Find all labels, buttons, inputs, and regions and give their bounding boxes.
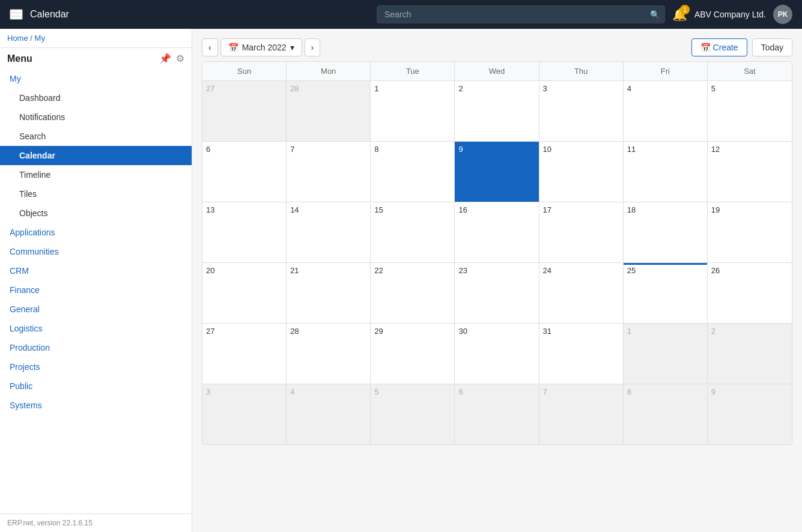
cal-cell-2[interactable]: 1 xyxy=(371,81,455,141)
cal-cell-16[interactable]: 15 xyxy=(371,202,455,262)
create-icon: 📅 xyxy=(700,43,711,52)
sidebar-item-calendar[interactable]: Calendar xyxy=(0,146,192,165)
day-number: 6 xyxy=(458,387,463,396)
cal-cell-19[interactable]: 18 xyxy=(624,202,708,262)
cal-cell-28[interactable]: 27 xyxy=(202,324,287,384)
cal-cell-25[interactable]: 24 xyxy=(539,263,624,323)
day-number: 17 xyxy=(543,205,551,214)
sidebar-section-applications[interactable]: Applications xyxy=(0,223,192,242)
breadcrumb-separator: / xyxy=(30,34,32,43)
day-number: 7 xyxy=(543,387,547,396)
cal-cell-7[interactable]: 6 xyxy=(202,142,287,202)
cal-cell-41[interactable]: 9 xyxy=(708,384,792,444)
cal-cell-21[interactable]: 20 xyxy=(202,263,287,323)
cal-cell-40[interactable]: 8 xyxy=(624,384,708,444)
cal-cell-36[interactable]: 4 xyxy=(287,384,371,444)
cal-week-2: 6789101112 xyxy=(202,142,792,202)
day-number: 12 xyxy=(711,145,720,154)
day-number: 21 xyxy=(290,266,299,275)
day-number: 5 xyxy=(711,84,715,93)
cal-week-3: 13141516171819 xyxy=(202,202,792,263)
cal-cell-34[interactable]: 2 xyxy=(708,324,792,384)
cal-cell-20[interactable]: 19 xyxy=(708,202,792,262)
sidebar-item-dashboard[interactable]: Dashboard xyxy=(0,88,192,107)
search-bar: 🔍 xyxy=(377,5,665,23)
cal-cell-32[interactable]: 31 xyxy=(539,324,624,384)
create-button[interactable]: 📅 Create xyxy=(691,38,747,56)
prev-month-button[interactable]: ‹ xyxy=(202,38,218,56)
sidebar-section-finance[interactable]: Finance xyxy=(0,280,192,300)
sidebar-section-systems[interactable]: Systems xyxy=(0,396,192,415)
cal-cell-13[interactable]: 12 xyxy=(708,142,792,202)
sidebar-item-search[interactable]: Search xyxy=(0,127,192,146)
day-number: 19 xyxy=(711,205,720,214)
day-number: 27 xyxy=(206,327,214,336)
month-year-button[interactable]: 📅 March 2022 ▾ xyxy=(220,38,302,56)
cal-cell-15[interactable]: 14 xyxy=(287,202,371,262)
cal-toolbar-right: 📅 Create Today xyxy=(691,38,792,56)
sidebar-section-logistics[interactable]: Logistics xyxy=(0,319,192,338)
cal-cell-9[interactable]: 8 xyxy=(371,142,455,202)
cal-cell-3[interactable]: 2 xyxy=(455,81,539,141)
hamburger-button[interactable] xyxy=(10,9,23,20)
cal-cell-37[interactable]: 5 xyxy=(371,384,455,444)
cal-cell-29[interactable]: 28 xyxy=(287,324,371,384)
cal-cell-17[interactable]: 16 xyxy=(455,202,539,262)
cal-week-5: 272829303112 xyxy=(202,324,792,384)
cal-cell-30[interactable]: 29 xyxy=(371,324,455,384)
sidebar-section-projects[interactable]: Projects xyxy=(0,357,192,376)
cal-cell-11[interactable]: 10 xyxy=(539,142,624,202)
cal-cell-22[interactable]: 21 xyxy=(287,263,371,323)
app-title: Calendar xyxy=(30,9,69,20)
notification-bell-button[interactable]: 🔔 1 xyxy=(672,7,687,22)
cal-cell-0[interactable]: 27 xyxy=(202,81,287,141)
sidebar-item-notifications[interactable]: Notifications xyxy=(0,107,192,127)
sidebar-section-production[interactable]: Production xyxy=(0,338,192,357)
layout: Home / My Menu 📌 ⚙ My Dashboard Notifica… xyxy=(0,29,802,532)
cal-cell-38[interactable]: 6 xyxy=(455,384,539,444)
avatar[interactable]: PK xyxy=(773,5,792,24)
search-icon-button[interactable]: 🔍 xyxy=(650,10,660,19)
breadcrumb-home[interactable]: Home xyxy=(7,34,28,43)
sidebar-section-my[interactable]: My xyxy=(0,69,192,88)
cal-cell-4[interactable]: 3 xyxy=(539,81,624,141)
cal-cell-5[interactable]: 4 xyxy=(624,81,708,141)
day-number: 4 xyxy=(627,84,631,93)
cal-cell-33[interactable]: 1 xyxy=(624,324,708,384)
cal-cell-35[interactable]: 3 xyxy=(202,384,287,444)
sidebar-section-crm[interactable]: CRM xyxy=(0,261,192,280)
breadcrumb-current[interactable]: My xyxy=(35,34,45,43)
today-button[interactable]: Today xyxy=(752,38,792,56)
cal-cell-23[interactable]: 22 xyxy=(371,263,455,323)
cal-cell-18[interactable]: 17 xyxy=(539,202,624,262)
day-number: 9 xyxy=(711,387,715,396)
search-input[interactable] xyxy=(377,5,665,23)
sidebar-item-tiles[interactable]: Tiles xyxy=(0,184,192,204)
cal-cell-14[interactable]: 13 xyxy=(202,202,287,262)
cal-cell-26[interactable]: 25 xyxy=(624,263,708,323)
sidebar-section-communities[interactable]: Communities xyxy=(0,242,192,261)
day-number: 2 xyxy=(711,327,715,336)
cal-cell-6[interactable]: 5 xyxy=(708,81,792,141)
day-number: 31 xyxy=(543,327,551,336)
cal-cell-1[interactable]: 28 xyxy=(287,81,371,141)
day-number: 3 xyxy=(543,84,547,93)
day-number: 30 xyxy=(458,327,467,336)
cal-cell-10[interactable]: 9 xyxy=(455,142,539,202)
sidebar-item-objects[interactable]: Objects xyxy=(0,204,192,223)
day-number: 5 xyxy=(374,387,378,396)
sidebar-section-general[interactable]: General xyxy=(0,300,192,319)
sidebar-item-timeline[interactable]: Timeline xyxy=(0,165,192,184)
day-number: 4 xyxy=(290,387,294,396)
cal-cell-24[interactable]: 23 xyxy=(455,263,539,323)
settings-button[interactable]: ⚙ xyxy=(176,53,184,64)
cal-cell-12[interactable]: 11 xyxy=(624,142,708,202)
pin-button[interactable]: 📌 xyxy=(159,53,171,64)
cal-cell-8[interactable]: 7 xyxy=(287,142,371,202)
sidebar-section-public[interactable]: Public xyxy=(0,376,192,396)
day-number: 20 xyxy=(206,266,214,275)
cal-cell-39[interactable]: 7 xyxy=(539,384,624,444)
cal-cell-31[interactable]: 30 xyxy=(455,324,539,384)
next-month-button[interactable]: › xyxy=(305,38,321,56)
cal-cell-27[interactable]: 26 xyxy=(708,263,792,323)
